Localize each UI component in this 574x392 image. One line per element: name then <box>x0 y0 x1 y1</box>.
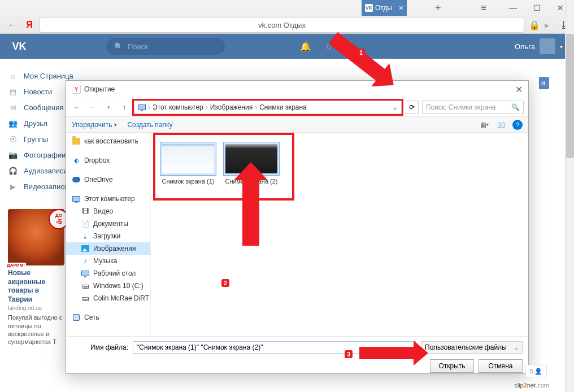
breadcrumb[interactable]: › Этот компьютер › Изображения › Снимки … <box>134 101 402 114</box>
filename-label: Имя файла: <box>72 343 128 351</box>
tree-node-onedrive[interactable]: OneDrive <box>66 173 150 186</box>
help-icon[interactable]: ? <box>512 120 523 130</box>
tab-favicon: VK <box>365 4 373 12</box>
vk-search-placeholder: Поиск <box>128 42 148 51</box>
browser-menu-button[interactable]: ≡ <box>472 1 495 15</box>
organize-label: Упорядочить <box>72 121 112 129</box>
annotation-badge-1: 1 <box>357 49 365 56</box>
breadcrumb-segment[interactable]: Снимки экрана <box>259 103 307 111</box>
file-thumbnail <box>160 142 216 176</box>
view-mode-button[interactable]: ▦ ▾ <box>479 119 490 130</box>
new-tab-button[interactable]: + <box>435 2 441 14</box>
tree-node-network[interactable]: Сеть <box>66 311 150 324</box>
tree-node-drive-c[interactable]: 🖴Windows 10 (C:) <box>66 280 150 292</box>
vk-user-menu[interactable]: Ольга ▾ <box>515 38 563 54</box>
notifications-icon[interactable]: 🔔 <box>300 41 311 52</box>
drive-icon: 🖴 <box>81 294 90 303</box>
browser-tab-active[interactable]: VK Отды × <box>362 0 407 16</box>
breadcrumb-dropdown-icon[interactable]: ⌄ <box>392 103 398 111</box>
ad-domain: landing.od.ua <box>8 305 64 311</box>
cancel-button[interactable]: Отмена <box>479 359 523 373</box>
ad-heading: Новые акционные товары в Таврии <box>8 269 64 304</box>
nav-back-icon[interactable]: ← <box>71 101 83 114</box>
friends-icon: 👥 <box>8 118 18 128</box>
address-bar[interactable]: vk.com Отдых <box>40 17 524 33</box>
browser-chrome: VK Отды × + ≡ — ☐ ✕ ← Я vk.com Отдых 🔒 ▸… <box>0 0 574 34</box>
news-icon: ▤ <box>8 86 18 97</box>
tree-label: как восстановить <box>84 137 138 145</box>
onedrive-icon <box>72 175 81 184</box>
nav-back-button[interactable]: ← <box>6 20 19 30</box>
tree-node-desktop[interactable]: Рабочий стол <box>66 267 150 280</box>
ad-block[interactable]: ДО -5 ДАРИМ! Новые акционные товары в Та… <box>8 209 64 346</box>
dialog-footer: Имя файла: "Снимок экрана (1)" "Снимок э… <box>66 336 528 377</box>
search-icon: 🔍 <box>114 42 123 51</box>
tree-node-downloads[interactable]: ⭳Загрузки <box>66 230 150 242</box>
tree-node-this-pc[interactable]: Этот компьютер <box>66 193 150 205</box>
followers-count: 5 <box>530 368 533 374</box>
tree-label: Этот компьютер <box>84 195 135 203</box>
yandex-logo-icon[interactable]: Я <box>24 19 35 31</box>
messages-icon: ✉ <box>8 102 18 112</box>
this-pc-icon <box>138 104 146 110</box>
window-maximize-button[interactable]: ☐ <box>525 1 548 15</box>
nav-forward-icon[interactable]: → <box>86 101 99 114</box>
annotation-badge-3: 3 <box>345 350 353 358</box>
vk-button-peek[interactable]: и <box>539 77 549 89</box>
home-icon: ⌂ <box>8 71 18 81</box>
breadcrumb-segment[interactable]: Этот компьютер <box>153 103 203 111</box>
breadcrumb-segment[interactable]: Изображения <box>210 103 253 111</box>
tree-node-pictures[interactable]: Изображения <box>66 242 150 255</box>
nav-up-icon[interactable]: ↑ <box>118 101 131 114</box>
address-expand-icon[interactable]: ▸ <box>545 20 549 31</box>
dialog-app-icon: Y <box>72 85 81 94</box>
new-folder-button[interactable]: Создать папку <box>127 121 172 129</box>
tree-label: Документы <box>93 220 128 228</box>
sidebar-item-label: Друзья <box>24 119 47 128</box>
pictures-folder-icon <box>81 244 90 253</box>
vk-header: VK 🔍 Поиск 🔔 ♫ Ольга ▾ <box>0 34 574 59</box>
organize-dropdown[interactable]: Упорядочить ▾ <box>72 121 117 129</box>
file-list-area[interactable]: Снимок экрана (1) Снимок экрана (2) <box>151 133 528 336</box>
filename-value: "Снимок экрана (1)" "Снимок экрана (2)" <box>137 343 263 351</box>
vk-logo-icon[interactable]: VK <box>11 38 27 54</box>
ad-badge-value: -5 <box>56 218 62 226</box>
annotation-arrow-2 <box>242 178 259 246</box>
downloads-folder-icon: ⭳ <box>81 232 90 241</box>
folder-tree[interactable]: как восстановить ⬖Dropbox OneDrive Этот … <box>66 133 151 336</box>
tab-title: Отды <box>375 4 392 12</box>
bookmark-icon[interactable]: 🔒 <box>529 20 540 31</box>
sidebar-item-label: Аудиозаписи <box>24 167 68 175</box>
person-icon: 👤 <box>534 368 542 375</box>
window-minimize-button[interactable]: — <box>502 1 524 15</box>
desktop-folder-icon <box>81 269 90 278</box>
nav-history-icon[interactable]: ▾ <box>102 101 115 114</box>
dialog-search-input[interactable]: Поиск: Снимки экрана 🔍 <box>422 101 524 114</box>
camera-icon: 📷 <box>8 150 18 160</box>
preview-pane-button[interactable]: ▯▯ <box>495 119 507 130</box>
filter-label: Пользовательские файлы <box>425 343 507 351</box>
tree-label: Изображения <box>93 245 136 252</box>
open-button[interactable]: Открыть <box>430 359 474 373</box>
filetype-filter-dropdown[interactable]: Пользовательские файлы ⌄ <box>421 341 523 354</box>
dialog-close-button[interactable]: ✕ <box>515 84 523 95</box>
tree-node-dropbox[interactable]: ⬖Dropbox <box>66 154 150 167</box>
tree-node-music[interactable]: ♪Музыка <box>66 255 150 267</box>
tab-close-icon[interactable]: × <box>399 3 403 12</box>
ad-description: Покупай выгодно с пятницы по воскресенье… <box>8 313 64 346</box>
this-pc-icon <box>72 194 81 203</box>
vk-search-input[interactable]: 🔍 Поиск <box>106 38 225 55</box>
tree-node-drive-game[interactable]: 🖴Colin McRae DiRT <box>66 292 150 304</box>
avatar <box>540 38 555 54</box>
tree-node-documents[interactable]: 📄Документы <box>66 217 150 230</box>
tree-label: Colin McRae DiRT <box>93 294 149 302</box>
tree-node-videos[interactable]: 🎞Видео <box>66 205 150 217</box>
tree-node-folder[interactable]: как восстановить <box>66 135 150 147</box>
documents-folder-icon: 📄 <box>81 219 90 228</box>
refresh-button[interactable]: ⟳ <box>405 101 419 114</box>
followers-badge[interactable]: 5 👤 <box>525 365 547 377</box>
tree-label: Сеть <box>84 313 99 321</box>
page-vertical-scrollbar[interactable] <box>565 0 574 392</box>
scrollbar-thumb[interactable] <box>566 34 574 158</box>
tree-label: OneDrive <box>84 176 113 184</box>
